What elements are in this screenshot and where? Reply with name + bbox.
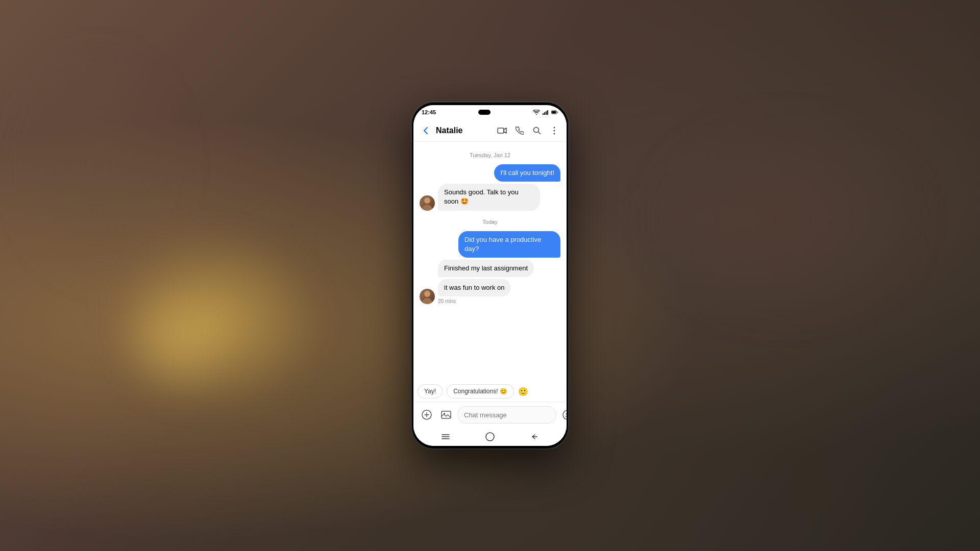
nav-bar: Natalie (413, 119, 567, 142)
svg-point-18 (486, 433, 494, 441)
message-bubble: Did you have a productive day? (458, 231, 560, 258)
menu-icon (442, 434, 450, 440)
home-nav-button[interactable] (485, 432, 495, 441)
chat-area: Tuesday, Jan 12 I'll call you tonight! S… (413, 142, 567, 381)
input-right-icons (559, 407, 567, 423)
wifi-icon (533, 110, 540, 115)
avatar-placeholder (420, 262, 435, 277)
date-divider-tuesday: Tuesday, Jan 12 (420, 146, 560, 162)
video-icon (497, 127, 507, 134)
emoji-button[interactable] (559, 407, 567, 423)
battery-icon (551, 110, 558, 115)
svg-rect-2 (546, 111, 547, 115)
message-bubble: Finished my last assignment (438, 260, 534, 277)
add-icon (422, 410, 432, 420)
back-icon (531, 434, 538, 440)
search-icon (533, 127, 541, 135)
date-divider-today: Today (420, 213, 560, 229)
message-time: 20 mins (438, 297, 511, 304)
status-icons (533, 110, 558, 115)
avatar (420, 195, 435, 211)
svg-point-14 (563, 410, 567, 419)
svg-rect-1 (544, 112, 545, 115)
contact-name: Natalie (434, 126, 494, 135)
svg-point-10 (554, 133, 555, 134)
video-call-button[interactable] (494, 122, 510, 139)
message-row: I'll call you tonight! (420, 164, 560, 182)
message-row: Sounds good. Talk to you soon 🤩 (420, 184, 560, 210)
back-button[interactable] (418, 122, 434, 139)
status-time: 12:45 (422, 109, 436, 115)
gallery-button[interactable] (438, 407, 454, 423)
input-bar (413, 402, 567, 428)
svg-point-15 (566, 414, 567, 415)
message-row: Finished my last assignment (420, 260, 560, 277)
svg-point-8 (554, 127, 555, 128)
message-bubble: it was fun to work on (438, 279, 511, 296)
avatar (420, 289, 435, 304)
phone-screen: 12:45 (413, 105, 567, 446)
status-bar: 12:45 (413, 105, 567, 119)
signal-icon (542, 110, 549, 115)
emoji-icon (562, 410, 567, 420)
svg-rect-12 (442, 411, 451, 418)
quick-replies-bar: Yay! Congratulations! 😊 🙂 (413, 381, 567, 402)
back-nav-button[interactable] (530, 432, 539, 441)
more-icon (553, 127, 555, 135)
message-bubble: Sounds good. Talk to you soon 🤩 (438, 184, 540, 210)
svg-rect-6 (498, 128, 504, 133)
more-button[interactable] (546, 122, 562, 139)
quick-reply-emoji[interactable]: 🙂 (518, 387, 528, 396)
message-row: it was fun to work on 20 mins (420, 279, 560, 304)
menu-nav-button[interactable] (441, 432, 450, 441)
svg-rect-5 (552, 111, 556, 113)
quick-reply-congratulations[interactable]: Congratulations! 😊 (447, 384, 514, 398)
quick-reply-yay[interactable]: Yay! (418, 384, 443, 398)
gallery-icon (441, 410, 451, 420)
message-bubble: I'll call you tonight! (494, 164, 560, 182)
nav-actions (494, 122, 562, 139)
notch (478, 110, 491, 115)
add-button[interactable] (419, 407, 435, 423)
svg-point-9 (554, 130, 555, 131)
search-button[interactable] (529, 122, 545, 139)
phone-icon (516, 127, 524, 135)
svg-rect-3 (547, 110, 548, 115)
message-row: Did you have a productive day? (420, 231, 560, 258)
phone-device: 12:45 (411, 102, 569, 449)
home-icon (485, 432, 495, 441)
chat-input[interactable] (457, 406, 556, 423)
svg-rect-0 (543, 113, 544, 115)
svg-point-13 (444, 413, 445, 414)
system-nav (413, 428, 567, 446)
phone-call-button[interactable] (511, 122, 528, 139)
